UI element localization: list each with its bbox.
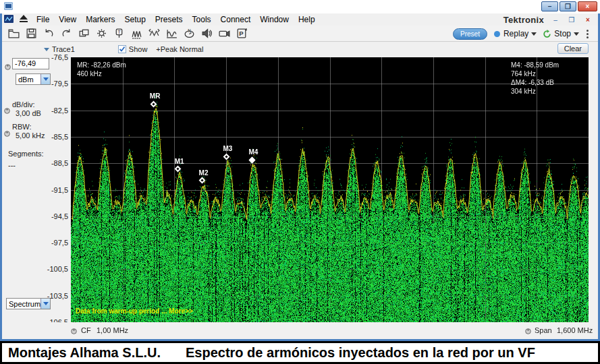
menu-help[interactable]: Help — [294, 14, 320, 25]
replay-dot-icon — [493, 30, 501, 38]
marker-mr-label: MR — [150, 92, 161, 100]
segments-value: --- — [8, 161, 16, 169]
eject-icon[interactable] — [20, 15, 28, 24]
warmup-notice[interactable]: Data from warm-up period ... More>> — [76, 307, 193, 315]
svg-text:T: T — [117, 29, 121, 35]
dpx-bitmap-canvas[interactable] — [71, 57, 589, 322]
time-analysis-icon[interactable] — [163, 26, 180, 41]
caption-company: Montajes Alhama S.L.U. — [8, 345, 161, 361]
db-div-knob-icon[interactable] — [4, 104, 10, 117]
stop-control[interactable]: Stop — [543, 29, 579, 38]
toolbar-icons: TNP — [5, 26, 250, 41]
tektronix-logo: Tektronix — [503, 15, 544, 25]
y-tick-4: -88,5 — [44, 159, 68, 167]
acquire-icon[interactable] — [146, 26, 162, 41]
db-div-value[interactable]: 3,00 dB — [16, 109, 41, 117]
trace-mode-value: Spectrum — [7, 300, 40, 308]
unit-value: dBm — [16, 75, 40, 84]
y-tick-9: -103,5 — [44, 292, 68, 300]
rbw-label: RBW: — [12, 123, 32, 131]
clear-button[interactable]: Clear — [557, 43, 589, 54]
marker-m2-label: M2 — [199, 169, 209, 177]
menu-setup[interactable]: Setup — [119, 14, 150, 25]
stop-run-icon — [543, 30, 551, 38]
menu-view[interactable]: View — [54, 14, 81, 25]
main-content: Trace1 Show +Peak Normal Clear -76,49 dB… — [2, 42, 598, 339]
cf-value[interactable]: 1,00 MHz — [97, 326, 128, 334]
more-options-icon[interactable] — [585, 30, 590, 38]
segments-label: Segments: — [8, 150, 44, 158]
marker-m1-label: M1 — [175, 158, 184, 165]
menu-tools[interactable]: Tools — [188, 14, 216, 25]
screenshot-root: Tek SignalVu-PC - fuente conmutada.tiq -… — [0, 0, 600, 364]
settings-icon[interactable] — [93, 26, 109, 41]
db-div-label: dB/div: — [12, 100, 35, 109]
markers-icon[interactable]: T — [111, 26, 127, 41]
spectrum-plot[interactable]: MR: -82,26 dBm 460 kHz M4: -88,59 dBm 76… — [71, 57, 589, 322]
ref-level-knob-icon[interactable] — [5, 61, 11, 73]
span-knob-icon[interactable] — [525, 328, 531, 336]
span-value[interactable]: 1,600 MHz — [557, 326, 593, 334]
dpx-window-icon[interactable] — [4, 15, 13, 25]
show-checkbox[interactable] — [118, 45, 126, 53]
trace-mode-dropdown-icon[interactable] — [40, 299, 50, 309]
cf-knob-icon[interactable] — [71, 328, 77, 336]
menu-bar: FileViewMarkersSetupPresetsToolsConnectW… — [2, 13, 598, 26]
undo-icon[interactable] — [40, 26, 57, 41]
y-tick-8: -100,5 — [44, 265, 68, 273]
replay-control[interactable]: Replay — [493, 29, 537, 38]
menu-connect[interactable]: Connect — [216, 14, 256, 25]
marker-reference-readout: MR: -82,26 dBm 460 kHz — [77, 61, 126, 78]
frequency-status-row: CF 1,00 MHz Span 1,600 MHz — [2, 322, 598, 339]
restore-button[interactable]: ❒ — [560, 1, 576, 11]
app-icon — [4, 2, 13, 12]
y-tick-5: -91,5 — [44, 186, 68, 194]
minimize-button[interactable]: – — [541, 1, 558, 11]
menu-window[interactable]: Window — [255, 14, 294, 25]
save-icon[interactable] — [23, 26, 39, 41]
caption-description: Espectro de armónicos inyectados en la r… — [186, 345, 535, 361]
trigger-icon[interactable] — [128, 26, 144, 41]
camera-icon[interactable] — [216, 26, 232, 41]
y-tick-7: -97,5 — [44, 239, 68, 247]
close-button[interactable]: × — [578, 1, 597, 11]
displays-icon[interactable] — [76, 26, 92, 41]
audio-icon[interactable] — [198, 26, 215, 41]
toolbar: TNP Preset Replay Stop — [2, 26, 598, 42]
preset-button[interactable]: Preset — [453, 28, 487, 40]
title-bar: Tek SignalVu-PC - fuente conmutada.tiq -… — [0, 0, 600, 13]
menu-file[interactable]: File — [32, 14, 54, 25]
marker-4-readout: M4: -88,59 dBm 764 kHz ΔM4: -6,33 dB 304… — [511, 61, 559, 96]
y-tick-0: -76,5 — [44, 53, 68, 61]
marker-m3-label: M3 — [223, 145, 233, 152]
detection-label[interactable]: +Peak Normal — [156, 45, 203, 53]
stop-caret-icon[interactable] — [574, 32, 579, 36]
y-tick-1: -79,5 — [44, 80, 68, 88]
svg-text:N: N — [188, 28, 191, 33]
svg-text:P: P — [239, 30, 244, 37]
trace-name[interactable]: Trace1 — [52, 45, 75, 53]
y-tick-2: -82,5 — [44, 107, 68, 115]
user-presets-icon[interactable]: P — [234, 26, 250, 41]
mdi-minimize-button[interactable]: – — [551, 16, 560, 24]
rbw-knob-icon[interactable] — [4, 127, 10, 140]
show-label: Show — [129, 45, 148, 53]
mdi-close-button[interactable]: × — [583, 16, 593, 24]
mdi-restore-button[interactable]: ❒ — [567, 16, 576, 24]
replay-label: Replay — [503, 29, 528, 38]
stop-label: Stop — [554, 29, 571, 38]
rbw-value[interactable]: 5,00 kHz — [16, 131, 45, 140]
marker-m4-label: M4 — [248, 148, 258, 156]
open-file-icon[interactable] — [5, 26, 22, 41]
redo-icon[interactable] — [58, 26, 74, 41]
cf-label: CF — [81, 326, 91, 334]
y-tick-6: -94,5 — [44, 212, 68, 220]
analysis-icon[interactable]: N — [181, 26, 197, 41]
chevron-down-icon[interactable] — [44, 48, 49, 51]
y-tick-3: -85,5 — [44, 133, 68, 141]
replay-caret-icon[interactable] — [531, 32, 537, 36]
trace-header: Trace1 Show +Peak Normal Clear — [2, 42, 598, 57]
menu-markers[interactable]: Markers — [81, 14, 119, 25]
menu-presets[interactable]: Presets — [151, 14, 188, 25]
menu-items: FileViewMarkersSetupPresetsToolsConnectW… — [32, 14, 320, 25]
